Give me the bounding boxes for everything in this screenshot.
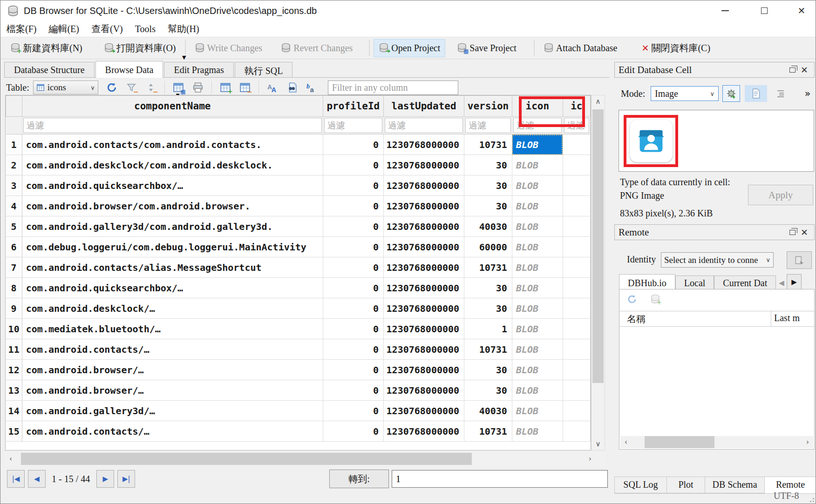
row-number-cell[interactable]: 15 <box>6 421 22 442</box>
row-number-cell[interactable]: 9 <box>6 298 22 319</box>
table-select[interactable]: icons ∨ <box>33 81 98 94</box>
icon-blob-cell[interactable]: BLOB <box>512 175 563 196</box>
menu-tools[interactable]: Tools <box>129 23 162 35</box>
version-cell[interactable]: 1 <box>464 319 512 339</box>
version-cell[interactable]: 10731 <box>464 339 512 360</box>
profileId-cell[interactable]: 0 <box>323 216 383 237</box>
componentName-cell[interactable]: com.android.contacts/alias.MessageShortc… <box>22 257 323 278</box>
table-row[interactable]: 2 com.android.deskclock/com.android.desk… <box>6 155 591 175</box>
tab-dbhub[interactable]: DBHub.io <box>619 274 675 289</box>
scroll-down-icon[interactable]: ∨ <box>592 438 605 450</box>
componentName-cell[interactable]: com.android.gallery3d/… <box>22 401 323 421</box>
column-header-lastUpdated[interactable]: lastUpdated <box>383 96 464 117</box>
refresh-table-button[interactable] <box>106 81 118 94</box>
tab-database-structure[interactable]: Database Structure <box>4 62 95 77</box>
new-database-button[interactable]: + 新建資料庫(N) <box>5 38 88 58</box>
float-panel-button[interactable] <box>786 67 798 73</box>
tab-edit-pragmas[interactable]: Edit Pragmas <box>164 62 233 77</box>
float-panel-button[interactable] <box>786 230 798 235</box>
profileId-cell[interactable]: 0 <box>323 257 383 278</box>
profileId-cell[interactable]: 0 <box>323 401 383 421</box>
scrollbar-thumb[interactable] <box>645 436 714 448</box>
first-record-button[interactable]: |◀ <box>7 470 25 488</box>
componentName-cell[interactable]: com.android.quicksearchbox/… <box>22 278 323 298</box>
lastUpdated-cell[interactable]: 1230768000000 <box>383 401 464 421</box>
column-header-componentName[interactable]: componentName <box>22 96 323 117</box>
vertical-scrollbar[interactable]: ∧ ∨ <box>591 95 605 450</box>
icon-blob-cell[interactable]: BLOB <box>512 401 563 421</box>
icon-blob-cell[interactable]: BLOB <box>512 196 563 216</box>
lastUpdated-cell[interactable]: 1230768000000 <box>383 339 464 360</box>
close-panel-button[interactable]: ✕ <box>798 227 810 237</box>
previous-record-button[interactable]: ◀ <box>28 470 46 488</box>
filter-input[interactable]: 過濾 <box>513 118 562 133</box>
vertical-scrollbar-thumb[interactable] <box>592 109 604 383</box>
filter-any-column-input[interactable] <box>328 81 458 95</box>
delete-record-button[interactable]: − <box>239 81 251 94</box>
table-row[interactable]: 8 com.android.quicksearchbox/… 0 1230768… <box>6 278 591 298</box>
open-database-dropdown-icon[interactable]: ▼ <box>182 54 186 60</box>
next-record-button[interactable]: ▶ <box>96 470 114 488</box>
componentName-cell[interactable]: com.android.deskclock/com.android.deskcl… <box>22 155 323 175</box>
scroll-up-icon[interactable]: ∧ <box>592 95 605 108</box>
column-header-version[interactable]: version <box>464 96 512 117</box>
clipped-cell[interactable] <box>563 401 590 421</box>
version-cell[interactable]: 30 <box>464 360 512 380</box>
close-database-button[interactable]: ✕ 關閉資料庫(C) <box>636 38 715 58</box>
tab-local[interactable]: Local <box>675 276 714 289</box>
componentName-cell[interactable]: com.android.contacts/… <box>22 421 323 442</box>
filter-input[interactable]: 過濾 <box>465 118 511 133</box>
version-cell[interactable]: 10731 <box>464 257 512 278</box>
version-cell[interactable]: 40030 <box>464 216 512 237</box>
icon-blob-cell[interactable]: BLOB <box>512 339 563 360</box>
componentName-cell[interactable]: com.android.deskclock/… <box>22 298 323 319</box>
icon-blob-cell[interactable]: BLOB <box>512 380 563 401</box>
tab-plot[interactable]: Plot <box>667 477 705 493</box>
lastUpdated-cell[interactable]: 1230768000000 <box>383 196 464 216</box>
profileId-cell[interactable]: 0 <box>323 196 383 216</box>
maximize-button[interactable] <box>749 0 779 21</box>
lastUpdated-cell[interactable]: 1230768000000 <box>383 360 464 380</box>
version-cell[interactable]: 10731 <box>464 421 512 442</box>
save-project-button[interactable]: ▦ Save Project <box>452 39 522 57</box>
profileId-cell[interactable]: 0 <box>323 319 383 339</box>
version-cell[interactable]: 40030 <box>464 401 512 421</box>
profileId-cell[interactable]: 0 <box>323 155 383 175</box>
clipped-cell[interactable] <box>563 155 590 175</box>
row-number-cell[interactable]: 4 <box>6 196 22 216</box>
icon-blob-cell[interactable]: BLOB <box>512 237 563 257</box>
open-database-button[interactable]: ➜ 打開資料庫(O) ▼ <box>99 38 181 58</box>
table-row[interactable]: 11 com.android.contacts/… 0 123076800000… <box>6 339 591 360</box>
version-cell[interactable]: 30 <box>464 196 512 216</box>
apply-button[interactable]: Apply <box>748 185 813 205</box>
table-row[interactable]: 14 com.android.gallery3d/… 0 12307680000… <box>6 401 591 421</box>
column-header-profileId[interactable]: profileId <box>323 96 383 117</box>
tab-scroll-left-button[interactable]: ◀ <box>777 276 786 290</box>
profileId-cell[interactable]: 0 <box>323 421 383 442</box>
clipped-cell[interactable] <box>563 257 590 278</box>
last-modified-column-header[interactable]: Last m <box>774 313 800 323</box>
tab-db-schema[interactable]: DB Schema <box>705 477 765 493</box>
icon-blob-cell[interactable]: BLOB <box>512 155 563 175</box>
scroll-right-icon[interactable]: › <box>802 436 813 448</box>
table-row[interactable]: 12 com.android.browser/… 0 1230768000000… <box>6 360 591 380</box>
refresh-icon[interactable] <box>627 294 637 304</box>
version-cell[interactable]: 60000 <box>464 237 512 257</box>
lastUpdated-cell[interactable]: 1230768000000 <box>383 319 464 339</box>
clipped-cell[interactable] <box>563 134 590 155</box>
version-cell[interactable]: 30 <box>464 380 512 401</box>
identity-select[interactable]: Select an identity to conne ∨ <box>661 252 774 268</box>
componentName-cell[interactable]: com.mediatek.bluetooth/… <box>22 319 323 339</box>
name-column-header[interactable]: 名稱 <box>627 313 646 325</box>
find-in-cells-button[interactable] <box>286 81 298 94</box>
clipped-cell[interactable] <box>563 237 590 257</box>
icon-blob-cell[interactable]: BLOB <box>512 257 563 278</box>
select-all-corner[interactable] <box>6 96 22 117</box>
row-number-cell[interactable]: 13 <box>6 380 22 401</box>
profileId-cell[interactable]: 0 <box>323 380 383 401</box>
version-cell[interactable]: 30 <box>464 175 512 196</box>
icon-blob-cell[interactable]: BLOB <box>512 421 563 442</box>
icon-blob-cell[interactable]: BLOB <box>512 134 563 155</box>
menu-help[interactable]: 幫助(H) <box>162 22 205 36</box>
filter-input[interactable]: 過濾 <box>23 118 322 133</box>
